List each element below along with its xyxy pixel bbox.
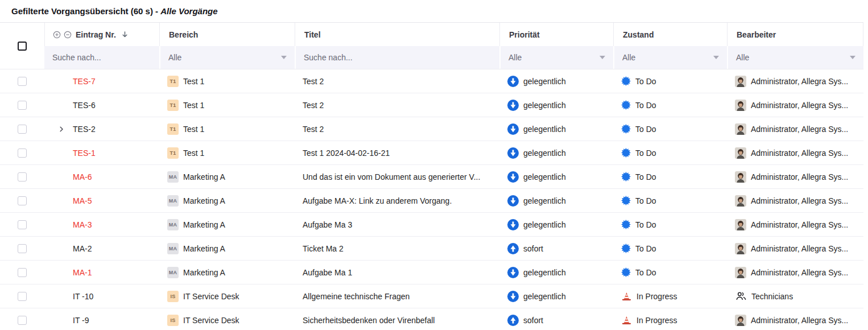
title-cell: Aufgabe Ma 3 — [295, 213, 499, 236]
filter-cell-state[interactable]: Alle — [613, 46, 727, 69]
state-label: To Do — [635, 268, 656, 277]
title-cell: Allgemeine technische Fragen — [295, 284, 499, 308]
table-row: TES-7T1Test 1Test 2gelegentlichTo DoAdmi… — [0, 69, 863, 93]
assignee-cell: Administrator, Allegra Sys... — [727, 189, 863, 212]
column-header-assignee[interactable]: Bearbeiter — [727, 23, 863, 46]
assignee-cell: Administrator, Allegra Sys... — [727, 93, 863, 117]
row-checkbox[interactable] — [18, 268, 27, 277]
item-id-link[interactable]: MA-1 — [73, 268, 92, 277]
item-title: Test 2 — [303, 125, 324, 134]
title-cell: Und das ist ein vom Dokument aus generie… — [295, 165, 499, 188]
column-label: Bereich — [169, 30, 198, 39]
column-header-project[interactable]: Bereich — [159, 23, 295, 46]
row-checkbox[interactable] — [18, 220, 27, 229]
project-badge: T1 — [167, 100, 179, 111]
expand-all-icon[interactable] — [53, 31, 61, 39]
column-label: Priorität — [509, 30, 540, 39]
item-id-link[interactable]: IT -10 — [73, 292, 93, 301]
priority-gelegentlich-icon — [507, 123, 519, 135]
item-id-link[interactable]: TES-6 — [73, 101, 96, 110]
item-id-link[interactable]: MA-2 — [73, 244, 92, 253]
state-label: To Do — [635, 125, 656, 134]
item-title: Allgemeine technische Fragen — [303, 292, 410, 301]
item-id-link[interactable]: MA-5 — [73, 196, 92, 205]
row-checkbox[interactable] — [18, 316, 27, 325]
title-cell: Ticket Ma 2 — [295, 237, 499, 260]
item-id-link[interactable]: TES-2 — [73, 125, 96, 134]
status-todo-icon — [621, 124, 631, 134]
priority-gelegentlich-icon — [507, 291, 519, 302]
table-row: IT -10ISIT Service DeskAllgemeine techni… — [0, 284, 863, 308]
filter-cell-assignee[interactable]: Alle — [727, 46, 863, 69]
state-cell: To Do — [613, 117, 727, 141]
project-cell: ISIT Service Desk — [159, 284, 295, 308]
row-checkbox[interactable] — [18, 244, 27, 253]
row-select-cell — [0, 237, 44, 260]
state-label: To Do — [635, 101, 656, 110]
item-id-link[interactable]: MA-6 — [73, 172, 92, 182]
priority-cell: gelegentlich — [499, 141, 613, 164]
expand-row-icon[interactable] — [58, 126, 73, 133]
column-header-state[interactable]: Zustand — [613, 23, 727, 46]
project-cell: T1Test 1 — [159, 117, 295, 141]
filter-cell-project[interactable]: Alle — [159, 46, 295, 69]
filter-cell-title[interactable] — [295, 46, 499, 69]
select-all-checkbox[interactable] — [18, 42, 27, 51]
collapse-all-icon[interactable] — [64, 31, 72, 39]
project-cell: MAMarketing A — [159, 189, 295, 212]
row-checkbox[interactable] — [18, 172, 27, 182]
item-id-link[interactable]: IT -9 — [73, 316, 89, 325]
row-checkbox[interactable] — [18, 148, 27, 158]
table-row: MA-5MAMarketing AAufgabe MA-X: Link zu a… — [0, 189, 863, 213]
active-filter-name: Alle Vorgänge — [160, 6, 217, 16]
column-header-title[interactable]: Titel — [295, 23, 499, 46]
row-select-cell — [0, 117, 44, 141]
row-checkbox[interactable] — [18, 77, 27, 86]
item-id-link[interactable]: MA-3 — [73, 220, 92, 229]
column-header-priority[interactable]: Priorität — [499, 23, 613, 46]
filter-input-title[interactable] — [304, 53, 491, 62]
filter-row: AlleAlleAlleAlle — [44, 46, 863, 69]
table-row: MA-1MAMarketing AAufgabe Ma 1gelegentlic… — [0, 261, 863, 284]
filter-cell-id[interactable] — [44, 46, 159, 69]
row-checkbox[interactable] — [18, 101, 27, 110]
row-select-cell — [0, 308, 44, 330]
column-header-id[interactable]: Eintrag Nr. — [44, 23, 159, 46]
select-all-cell — [0, 23, 44, 69]
state-cell: To Do — [613, 261, 727, 284]
column-label: Bearbeiter — [737, 30, 776, 39]
project-name: IT Service Desk — [183, 316, 239, 325]
item-id-link[interactable]: TES-7 — [73, 77, 96, 86]
priority-cell: gelegentlich — [499, 165, 613, 188]
status-in-progress-icon — [621, 291, 632, 302]
item-title: Test 2 — [303, 77, 324, 86]
priority-label: gelegentlich — [523, 268, 566, 277]
item-title: Test 1 2024-04-02-16-21 — [303, 148, 390, 158]
assignee-avatar — [735, 171, 746, 183]
project-cell: T1Test 1 — [159, 69, 295, 93]
filter-cell-priority[interactable]: Alle — [499, 46, 613, 69]
row-checkbox[interactable] — [18, 292, 27, 301]
project-cell: ISIT Service Desk — [159, 308, 295, 330]
priority-gelegentlich-icon — [507, 267, 519, 278]
status-todo-icon — [621, 100, 631, 110]
assignee-avatar — [735, 100, 746, 111]
priority-cell: gelegentlich — [499, 117, 613, 141]
row-checkbox[interactable] — [18, 196, 27, 205]
filter-input-id[interactable] — [52, 53, 151, 62]
project-cell: MAMarketing A — [159, 237, 295, 260]
state-label: To Do — [635, 77, 656, 86]
state-label: To Do — [635, 148, 656, 158]
status-in-progress-icon — [621, 315, 632, 325]
item-id-link[interactable]: TES-1 — [73, 148, 96, 158]
assignee-avatar — [735, 243, 746, 254]
row-checkbox[interactable] — [18, 125, 27, 134]
priority-label: gelegentlich — [523, 77, 566, 86]
project-cell: MAMarketing A — [159, 261, 295, 284]
column-label: Zustand — [623, 30, 654, 39]
item-id-cell: TES-1 — [44, 141, 159, 164]
state-label: To Do — [635, 244, 656, 253]
project-name: Marketing A — [183, 220, 225, 229]
title-cell: Aufgabe MA-X: Link zu anderem Vorgang. — [295, 189, 499, 212]
assignee-label: Administrator, Allegra Sys... — [751, 172, 848, 182]
